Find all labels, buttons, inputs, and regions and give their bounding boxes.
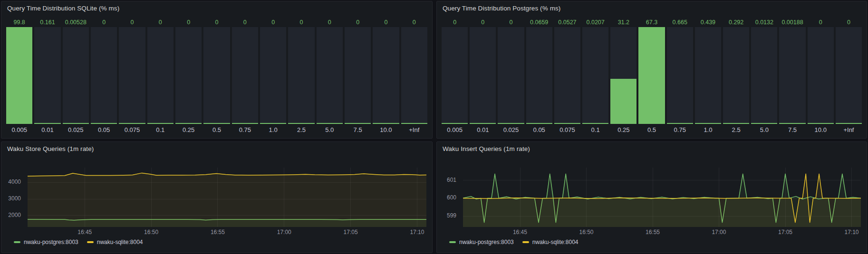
- panel-title[interactable]: Query Time Distribution SQLite (% ms): [7, 5, 119, 12]
- legend: nwaku-postgres:8003nwaku-sqlite:8004: [14, 237, 143, 247]
- bucket-label: 0.025: [498, 124, 524, 134]
- bucket-label: 7.5: [345, 124, 371, 134]
- bar-track: [119, 27, 145, 124]
- panel-title[interactable]: Waku Store Queries (1m rate): [7, 145, 94, 152]
- x-axis-tick-label: 16:50: [579, 229, 593, 235]
- bar-value-label: 0: [317, 19, 343, 27]
- bar-value-label: 0: [119, 19, 145, 27]
- bar-fill: [260, 123, 286, 124]
- legend-item[interactable]: nwaku-sqlite:8004: [522, 239, 579, 245]
- bar-fill: [119, 123, 145, 124]
- bar-track: [175, 27, 202, 124]
- bar-value-label: 0: [147, 19, 174, 27]
- bar-value-label: 0: [203, 19, 230, 27]
- bar-track: [751, 27, 777, 124]
- histogram-bar-column: 00.75: [232, 19, 258, 134]
- histogram-bar-column: 0.005280.025: [63, 19, 89, 134]
- x-axis-tick-label: 16:45: [513, 229, 527, 235]
- bucket-label: 0.025: [63, 124, 89, 134]
- x-axis-tick-label: 17:10: [844, 229, 858, 235]
- series-area: [28, 173, 426, 227]
- bar-fill: [442, 123, 468, 124]
- bar-track: [526, 27, 552, 124]
- bar-value-label: 0.00528: [63, 19, 89, 27]
- histogram-bar-column: 010.0: [808, 19, 834, 134]
- bar-fill: [34, 123, 60, 124]
- bar-track: [401, 27, 427, 124]
- bar-value-label: 0.0207: [582, 19, 608, 27]
- bar-track: [638, 27, 665, 124]
- bar-track: [779, 27, 805, 124]
- x-axis-tick-label: 16:55: [646, 229, 660, 235]
- histogram-bar-column: 67.30.5: [638, 19, 665, 134]
- bucket-label: 0.01: [470, 124, 496, 134]
- bar-fill: [345, 123, 371, 124]
- legend-item[interactable]: nwaku-postgres:8003: [14, 239, 78, 245]
- bucket-label: 2.5: [723, 124, 749, 134]
- panel-query-time-distribution-sqlite: Query Time Distribution SQLite (% ms) 99…: [1, 1, 433, 139]
- bar-value-label: 0.292: [723, 19, 749, 27]
- bar-fill: [373, 123, 399, 124]
- legend-series-swatch: [449, 241, 456, 243]
- bucket-label: 0.75: [667, 124, 693, 134]
- x-axis: 16:4516:5016:5517:0017:0517:10: [463, 229, 861, 236]
- histogram-bar-column: 00.005: [442, 19, 468, 134]
- bar-fill: [288, 123, 314, 124]
- histogram-bar-column: 0.4391.0: [695, 19, 721, 134]
- y-axis-tick-label: 599: [437, 212, 456, 219]
- bar-gauge-sqlite: 99.80.0050.1610.010.005280.02500.0500.07…: [6, 19, 427, 134]
- histogram-bar-column: 00.025: [498, 19, 524, 134]
- bar-track: [667, 27, 693, 124]
- bar-fill: [779, 123, 805, 124]
- bar-fill: [6, 27, 32, 124]
- histogram-bar-column: 0.01325.0: [751, 19, 777, 134]
- histogram-bar-column: 00.5: [203, 19, 230, 134]
- histogram-bar-column: 0.001887.5: [779, 19, 805, 134]
- x-axis-tick-label: 17:00: [277, 229, 291, 235]
- legend-item[interactable]: nwaku-sqlite:8004: [87, 239, 143, 245]
- histogram-bar-column: 00.25: [175, 19, 202, 134]
- bar-fill: [582, 123, 608, 124]
- bar-fill: [317, 123, 343, 124]
- bar-track: [723, 27, 749, 124]
- bar-track: [554, 27, 580, 124]
- bar-value-label: 0: [808, 19, 834, 27]
- histogram-bar-column: 07.5: [345, 19, 371, 134]
- bar-fill: [63, 123, 89, 124]
- bar-track: [582, 27, 608, 124]
- bar-track: [498, 27, 524, 124]
- panel-title[interactable]: Waku Insert Queries (1m rate): [443, 145, 530, 152]
- bar-track: [442, 27, 468, 124]
- plot-area[interactable]: [463, 168, 861, 227]
- bar-track: [6, 27, 32, 124]
- legend-series-label: nwaku-sqlite:8004: [97, 239, 143, 245]
- bar-value-label: 0: [345, 19, 371, 27]
- bar-value-label: 0: [836, 19, 862, 27]
- x-axis-tick-label: 17:10: [410, 229, 424, 235]
- legend-item[interactable]: nwaku-postgres:8003: [449, 239, 514, 245]
- bar-track: [610, 27, 637, 124]
- histogram-bar-column: 31.20.25: [610, 19, 637, 134]
- bar-value-label: 0: [260, 19, 286, 27]
- histogram-bar-column: 00.05: [91, 19, 117, 134]
- x-axis-tick-label: 16:45: [77, 229, 92, 235]
- legend-series-label: nwaku-postgres:8003: [24, 239, 78, 245]
- bar-track: [147, 27, 174, 124]
- bar-fill: [526, 123, 552, 124]
- bucket-label: 0.05: [526, 124, 552, 134]
- bar-track: [203, 27, 230, 124]
- bar-value-label: 0: [498, 19, 524, 27]
- bar-track: [808, 27, 834, 124]
- bar-value-label: 0: [175, 19, 202, 27]
- time-series-canvas[interactable]: [28, 168, 426, 227]
- bar-value-label: 0: [442, 19, 468, 27]
- bar-fill: [751, 123, 777, 124]
- time-series-canvas[interactable]: [463, 168, 861, 227]
- bar-track: [695, 27, 721, 124]
- bar-value-label: 0: [232, 19, 258, 27]
- bar-fill: [836, 123, 862, 124]
- legend-series-swatch: [14, 241, 20, 243]
- panel-title[interactable]: Query Time Distribution Postgres (% ms): [443, 5, 560, 12]
- bucket-label: 10.0: [808, 124, 834, 134]
- plot-area[interactable]: [28, 168, 426, 227]
